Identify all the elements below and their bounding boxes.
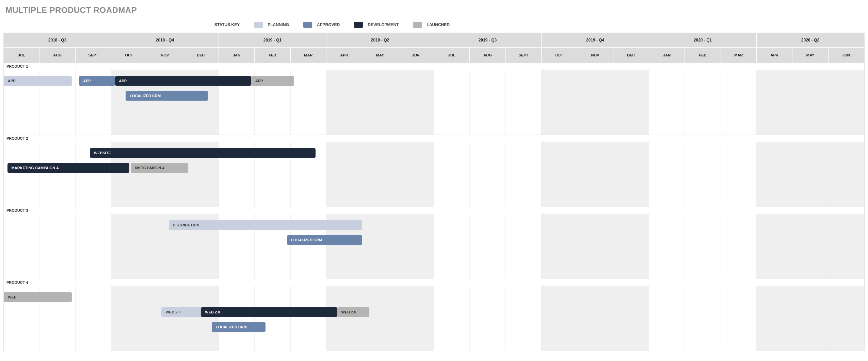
month-header: APR (757, 48, 792, 63)
month-header: OCT (111, 48, 147, 63)
task-bar[interactable]: WEB 2.0 (161, 307, 201, 317)
month-header: MAR (291, 48, 326, 63)
month-header: MAY (362, 48, 398, 63)
month-header: MAY (792, 48, 828, 63)
month-header: APR (326, 48, 362, 63)
task-bar[interactable]: APP (79, 76, 115, 86)
product-header: PRODUCT 3 (4, 207, 864, 214)
month-header: NOV (577, 48, 613, 63)
task-bar[interactable]: LOCALIZED CRM (126, 91, 208, 101)
month-header: AUG (470, 48, 505, 63)
month-header: OCT (542, 48, 577, 63)
swatch-development (354, 22, 363, 28)
product-header: PRODUCT 1 (4, 63, 864, 70)
swimlane: APPAPPAPPAPPLOCALIZED CRM (4, 70, 864, 135)
task-bar[interactable]: LOCALIZED CRM (212, 322, 266, 332)
month-header: JAN (649, 48, 685, 63)
month-header: DEC (613, 48, 649, 63)
quarter-header: 2019 - Q4 (542, 33, 649, 48)
swimlane: WEBWEB 2.0WEB 2.0WEB 2.0LOCALIZED CRM (4, 286, 864, 351)
task-bar[interactable]: WEB 2.0 (337, 307, 370, 317)
legend-text: APPROVED (317, 22, 340, 27)
quarter-header: 2019 - Q1 (219, 33, 326, 48)
task-bar[interactable]: WEB 2.0 (201, 307, 337, 317)
quarter-header: 2019 - Q2 (326, 33, 434, 48)
legend-text: PLANNING (268, 22, 289, 27)
quarter-header: 2019 - Q3 (434, 33, 542, 48)
month-header: MAR (721, 48, 757, 63)
task-bar[interactable]: LOCALIZED CRM (287, 235, 362, 245)
legend-text: DEVELOPMENT (368, 22, 399, 27)
task-bar[interactable]: WEB (4, 292, 72, 302)
month-header: JUN (398, 48, 434, 63)
task-bar[interactable]: APP (115, 76, 251, 86)
swatch-planning (254, 22, 263, 28)
month-header: FEB (685, 48, 721, 63)
quarter-header: 2018 - Q3 (4, 33, 111, 48)
task-bar[interactable]: DISTRIBUTION (169, 220, 363, 230)
month-header: JUL (434, 48, 470, 63)
swimlane: DISTRIBUTIONLOCALIZED CRM (4, 214, 864, 279)
task-bar[interactable]: MARKETING CAMPAIGN A (7, 163, 129, 173)
legend-text: LAUNCHED (427, 22, 450, 27)
month-header: FEB (255, 48, 290, 63)
swimlane: WEBSITEMARKETING CAMPAIGN AMKTG CMPGN A (4, 142, 864, 207)
task-bar[interactable]: APP (4, 76, 72, 86)
legend-item-development: DEVELOPMENT (354, 22, 399, 28)
task-bar[interactable]: MKTG CMPGN A (131, 163, 189, 173)
product-header: PRODUCT 2 (4, 135, 864, 142)
product-header: PRODUCT 4 (4, 279, 864, 286)
month-header: JAN (219, 48, 255, 63)
legend-item-launched: LAUNCHED (413, 22, 450, 28)
legend: STATUS KEY PLANNING APPROVED DEVELOPMENT… (214, 21, 865, 33)
quarter-header: 2018 - Q4 (111, 33, 219, 48)
legend-label: STATUS KEY (214, 22, 240, 27)
month-header: JUN (829, 48, 864, 63)
swatch-approved (303, 22, 312, 28)
header-months: JULAUGSEPTOCTNOVDECJANFEBMARAPRMAYJUNJUL… (4, 48, 864, 63)
month-header: SEPT (76, 48, 111, 63)
month-header: DEC (183, 48, 219, 63)
month-header: AUG (39, 48, 75, 63)
task-bar[interactable]: WEBSITE (90, 148, 316, 158)
task-bar[interactable]: APP (251, 76, 294, 86)
quarter-header: 2020 - Q2 (757, 33, 864, 48)
legend-item-planning: PLANNING (254, 22, 289, 28)
roadmap-grid: 2018 - Q32018 - Q42019 - Q12019 - Q22019… (3, 33, 865, 351)
month-header: JUL (4, 48, 39, 63)
month-header: SEPT (506, 48, 542, 63)
month-header: NOV (147, 48, 183, 63)
legend-item-approved: APPROVED (303, 22, 340, 28)
header-quarters: 2018 - Q32018 - Q42019 - Q12019 - Q22019… (4, 33, 864, 48)
page-title: MULTIPLE PRODUCT ROADMAP (3, 3, 865, 21)
quarter-header: 2020 - Q1 (649, 33, 757, 48)
swatch-launched (413, 22, 422, 28)
